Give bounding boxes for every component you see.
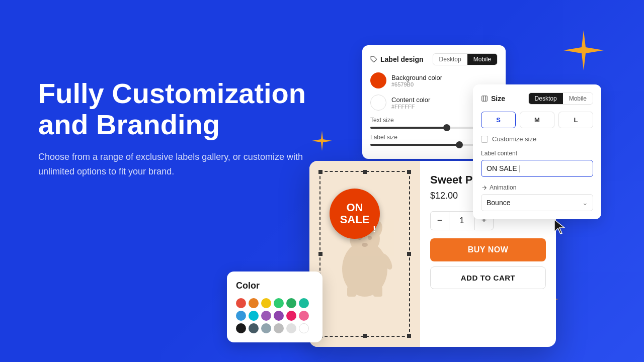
color-grid [236,298,313,333]
animation-select-wrapper: None Bounce Pulse Shake Spin [481,194,593,211]
hero-title: Fully Customization and Branding [38,78,330,140]
size-l-button[interactable]: L [558,112,593,128]
color-panel-title: Color [236,281,313,291]
background-color-label: Background color [391,74,442,81]
size-s-button[interactable]: S [481,112,516,128]
customize-label: Customize size [492,135,536,143]
hero-subtitle: Choose from a range of exclusive labels … [38,150,330,179]
tab-mobile-size[interactable]: Mobile [563,93,593,104]
sale-badge: ONSALE ! [330,189,380,239]
color-dot-pink-light[interactable] [299,311,309,321]
color-panel: Color [227,272,323,342]
color-dot-black[interactable] [236,323,246,333]
svg-rect-6 [347,287,356,297]
handle-br[interactable] [407,334,411,338]
background-color-hex: #6579B0 [391,81,442,87]
color-dot-yellow[interactable] [261,298,271,308]
svg-rect-7 [373,287,382,297]
animation-icon [481,185,488,191]
panel-title: Label design [370,55,424,63]
color-dot-dark-gray[interactable] [249,323,259,333]
color-dot-teal[interactable] [299,298,309,308]
add-to-cart-button[interactable]: ADD TO CART [430,266,546,289]
animation-title: Animation [481,184,593,191]
color-dot-green-dark[interactable] [286,298,296,308]
size-panel: Size Desktop Mobile S M L Customize size… [473,84,601,219]
tab-desktop-label[interactable]: Desktop [433,54,467,65]
handle-tm[interactable] [363,170,367,174]
customize-size-row: Customize size [481,135,593,143]
label-content-input[interactable] [481,160,593,177]
quantity-decrease-button[interactable]: − [430,211,449,230]
color-dot-purple-light[interactable] [261,311,271,321]
label-design-tabs: Desktop Mobile [433,53,498,65]
size-icon [481,95,488,102]
handle-bm[interactable] [363,334,367,338]
content-color-hex: #FFFFFF [391,104,430,110]
color-dot-mid-gray[interactable] [261,323,271,333]
handle-tl[interactable] [318,170,323,174]
color-dot-cyan[interactable] [249,311,259,321]
svg-point-10 [368,236,372,240]
size-m-button[interactable]: M [520,112,554,128]
sale-exclaim: ! [373,225,376,235]
customize-checkbox[interactable] [481,136,488,143]
size-panel-title: Size [481,95,505,103]
animation-select[interactable]: None Bounce Pulse Shake Spin [481,194,593,211]
label-icon [370,56,377,63]
hero-section: Fully Customization and Branding Choose … [38,78,330,179]
tab-desktop-size[interactable]: Desktop [529,93,563,104]
color-dot-blue[interactable] [236,311,246,321]
content-color-label: Content color [391,96,430,104]
product-image-area: ONSALE ! [309,161,420,347]
buy-now-button[interactable]: BUY NOW [430,238,546,261]
color-dot-red[interactable] [236,298,246,308]
color-dot-purple-dark[interactable] [274,311,284,321]
color-dot-green-light[interactable] [274,298,284,308]
background-color-swatch[interactable] [370,72,386,88]
color-dot-white[interactable] [299,323,309,333]
color-dot-light-gray[interactable] [274,323,284,333]
size-tabs: Desktop Mobile [528,93,593,105]
content-color-swatch[interactable] [370,95,386,111]
svg-point-11 [362,243,368,247]
handle-mr[interactable] [407,252,411,256]
sale-badge-text: ONSALE [340,202,370,226]
handle-ml[interactable] [318,252,323,256]
size-panel-header: Size Desktop Mobile [481,93,593,105]
animation-section: Animation None Bounce Pulse Shake Spin [481,184,593,211]
handle-tr[interactable] [407,170,411,174]
size-buttons-group: S M L [481,112,593,128]
color-dot-orange[interactable] [249,298,259,308]
tab-mobile-label[interactable]: Mobile [467,54,497,65]
label-content-section: Label content [481,150,593,177]
panel-header: Label design Desktop Mobile [370,53,498,65]
color-dot-pink[interactable] [286,311,296,321]
quantity-value: 1 [449,211,474,230]
svg-rect-1 [482,96,488,102]
color-dot-lighter-gray[interactable] [286,323,296,333]
sparkle-top-right-icon [564,30,604,70]
label-content-title: Label content [481,150,593,157]
